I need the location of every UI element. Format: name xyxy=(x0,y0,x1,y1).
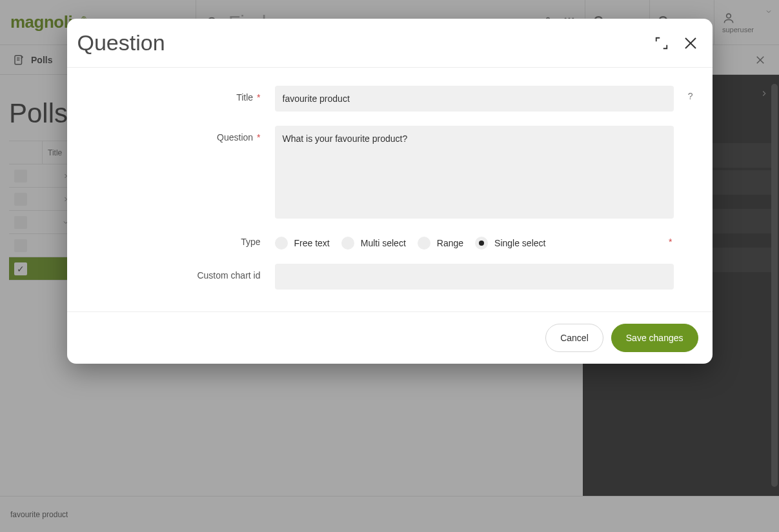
radio-single-select[interactable]: Single select xyxy=(475,237,545,250)
modal-overlay: Question Title * ? Question * xyxy=(0,0,779,532)
radio-dot xyxy=(341,237,354,250)
radio-label: Free text xyxy=(294,238,330,248)
radio-dot xyxy=(418,237,430,250)
question-textarea[interactable] xyxy=(275,126,674,219)
save-button[interactable]: Save changes xyxy=(611,324,698,352)
required-marker: * xyxy=(669,237,673,247)
radio-label: Single select xyxy=(494,238,545,248)
radio-dot xyxy=(275,237,288,250)
field-label-title: Title * xyxy=(86,86,261,103)
close-icon[interactable] xyxy=(683,35,698,51)
radio-dot xyxy=(475,237,488,250)
title-input[interactable] xyxy=(275,86,674,112)
question-dialog: Question Title * ? Question * xyxy=(67,19,713,364)
help-icon[interactable]: ? xyxy=(688,91,693,101)
field-label-question: Question * xyxy=(86,126,261,143)
field-label-chart-id: Custom chart id xyxy=(86,264,261,281)
chart-id-input[interactable] xyxy=(275,264,674,290)
field-title: Title * ? xyxy=(86,86,674,112)
field-label-type: Type xyxy=(86,233,261,247)
radio-label: Multi select xyxy=(361,238,406,248)
radio-label: Range xyxy=(437,238,463,248)
dialog-body: Title * ? Question * Type Free text xyxy=(67,68,713,311)
cancel-button[interactable]: Cancel xyxy=(545,324,603,352)
field-type: Type Free text Multi select Range xyxy=(86,233,674,250)
dialog-title: Question xyxy=(77,30,165,55)
expand-icon[interactable] xyxy=(654,36,669,50)
dialog-header: Question xyxy=(67,19,713,68)
field-chart-id: Custom chart id xyxy=(86,264,674,290)
field-question: Question * xyxy=(86,126,674,219)
dialog-footer: Cancel Save changes xyxy=(67,311,713,364)
radio-range[interactable]: Range xyxy=(418,237,463,250)
radio-multi-select[interactable]: Multi select xyxy=(341,237,406,250)
radio-free-text[interactable]: Free text xyxy=(275,237,330,250)
